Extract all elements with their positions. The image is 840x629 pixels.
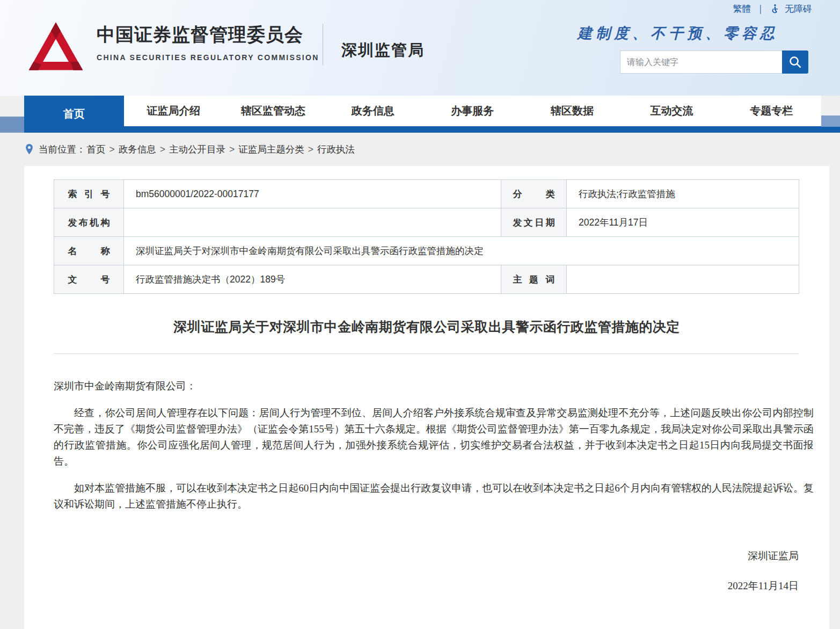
org-name-en: CHINA SECURITIES REGULATORY COMMISSION <box>97 53 319 62</box>
keywords-label: 主 题 词 <box>513 273 555 286</box>
doc-number-value: 行政监管措施决定书（2022）189号 <box>124 265 501 294</box>
nav-edge-band-right <box>821 115 840 127</box>
site-search <box>620 50 808 74</box>
paragraph: 如对本监管措施不服，可以在收到本决定书之日起60日内向中国证监会提出行政复议申请… <box>54 480 814 512</box>
csrc-logo[interactable] <box>25 18 87 78</box>
table-row: 索 引 号 bm56000001/2022-00017177 分 类 行政执法;… <box>54 180 799 208</box>
document-info-table: 索 引 号 bm56000001/2022-00017177 分 类 行政执法;… <box>54 179 799 294</box>
breadcrumb-item-gov-info[interactable]: 政务信息 <box>119 143 156 156</box>
search-icon <box>788 55 802 69</box>
breadcrumb-separator: > <box>160 144 165 155</box>
main-nav: 首页 证监局介绍 辖区监管动态 政务信息 办事服务 辖区数据 互动交流 专题专栏 <box>24 96 821 126</box>
topbar-divider: ｜ <box>756 3 765 15</box>
category-label: 分 类 <box>513 188 555 200</box>
title-divider <box>54 353 799 354</box>
document-title: 深圳证监局关于对深圳市中金岭南期货有限公司采取出具警示函行政监管措施的决定 <box>24 318 829 336</box>
brand-area: 中国证券监督管理委员会 CHINA SECURITIES REGULATORY … <box>25 18 319 78</box>
breadcrumb-separator: > <box>308 144 313 155</box>
category-value: 行政执法;行政监管措施 <box>567 180 799 208</box>
index-number-value: bm56000001/2022-00017177 <box>124 180 501 208</box>
content-card: 索 引 号 bm56000001/2022-00017177 分 类 行政执法;… <box>24 166 829 629</box>
utility-links-bar: 繁體 ｜ 无障碍 <box>733 3 812 15</box>
breadcrumb: 当前位置： 首页 > 政务信息 > 主动公开目录 > 证监局主题分类 > 行政执… <box>0 133 840 166</box>
table-row: 发布机构 发文日期 2022年11月17日 <box>54 208 799 237</box>
nav-item-services[interactable]: 办事服务 <box>423 96 523 126</box>
site-header: 繁體 ｜ 无障碍 <box>0 0 840 96</box>
location-pin-icon <box>25 143 34 155</box>
nav-item-regional-supervision[interactable]: 辖区监管动态 <box>223 96 323 126</box>
publish-date-value: 2022年11月17日 <box>567 208 799 237</box>
nav-bottom-bar <box>24 126 840 133</box>
csrc-logo-icon <box>25 18 87 76</box>
nav-item-bureau-intro[interactable]: 证监局介绍 <box>124 96 224 126</box>
wheelchair-accessibility-icon <box>770 4 780 14</box>
keywords-value <box>567 265 799 294</box>
search-button[interactable] <box>782 50 808 74</box>
nav-edge-band-left <box>0 117 24 133</box>
traditional-chinese-link[interactable]: 繁體 <box>733 3 751 15</box>
publisher-label: 发布机构 <box>68 216 110 229</box>
nav-item-interaction[interactable]: 互动交流 <box>622 96 722 126</box>
signature: 深圳证监局 <box>54 548 814 564</box>
table-row: 名 称 深圳证监局关于对深圳市中金岭南期货有限公司采取出具警示函行政监管措施的决… <box>54 237 799 265</box>
paragraph: 经查，你公司居间人管理存在以下问题：居间人行为管理不到位、居间人介绍客户外接系统… <box>54 405 814 469</box>
breadcrumb-separator: > <box>229 144 235 155</box>
name-label: 名 称 <box>68 245 110 257</box>
signature-date: 2022年11月14日 <box>54 578 814 594</box>
breadcrumb-item-disclosure-catalog[interactable]: 主动公开目录 <box>169 143 225 156</box>
policy-slogan: 建制度、不干预、零容忍 <box>578 24 778 43</box>
bureau-name: 深圳监管局 <box>341 40 425 61</box>
doc-number-label: 文 号 <box>68 273 110 286</box>
index-number-label: 索 引 号 <box>68 188 110 200</box>
breadcrumb-prefix: 当前位置： <box>39 143 86 156</box>
breadcrumb-item-enforcement[interactable]: 行政执法 <box>317 143 355 156</box>
document-body: 深圳市中金岭南期货有限公司： 经查，你公司居间人管理存在以下问题：居间人行为管理… <box>54 378 814 594</box>
salutation: 深圳市中金岭南期货有限公司： <box>54 378 814 394</box>
table-row: 文 号 行政监管措施决定书（2022）189号 主 题 词 <box>54 265 799 294</box>
nav-item-regional-data[interactable]: 辖区数据 <box>522 96 622 126</box>
breadcrumb-item-topic-category[interactable]: 证监局主题分类 <box>238 143 304 156</box>
breadcrumb-separator: > <box>109 144 115 155</box>
search-input[interactable] <box>620 50 782 74</box>
breadcrumb-item-home[interactable]: 首页 <box>87 143 106 156</box>
name-value: 深圳证监局关于对深圳市中金岭南期货有限公司采取出具警示函行政监管措施的决定 <box>124 237 799 265</box>
org-title-block: 中国证券监督管理委员会 CHINA SECURITIES REGULATORY … <box>97 23 319 62</box>
publish-date-label: 发文日期 <box>513 216 555 229</box>
nav-item-home[interactable]: 首页 <box>24 96 124 133</box>
publisher-value <box>124 208 501 237</box>
org-name-cn: 中国证券监督管理委员会 <box>97 23 319 47</box>
page: 繁體 ｜ 无障碍 <box>0 0 840 629</box>
nav-item-special-topics[interactable]: 专题专栏 <box>721 96 821 126</box>
header-divider <box>323 24 323 66</box>
accessibility-link[interactable]: 无障碍 <box>785 3 812 15</box>
nav-item-gov-info[interactable]: 政务信息 <box>323 96 423 126</box>
